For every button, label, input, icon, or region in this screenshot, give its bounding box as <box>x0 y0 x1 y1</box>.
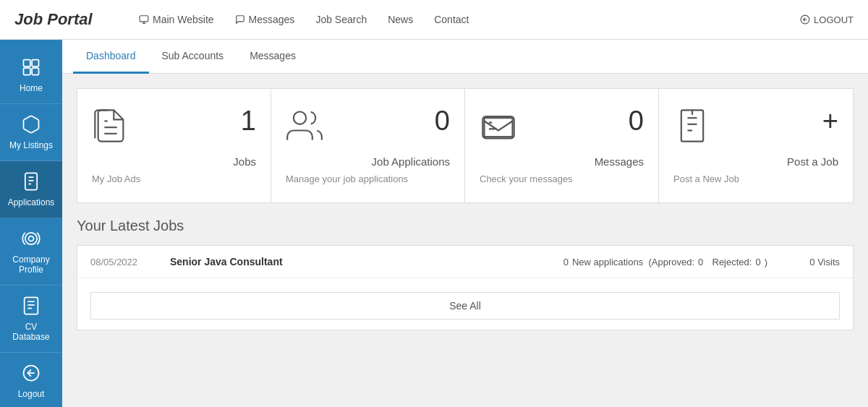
job-title: Senior Java Consultant <box>170 256 549 267</box>
jobs-count: 1 <box>241 107 256 134</box>
top-header: Job Portal Main Website Messages Job Sea… <box>0 0 868 40</box>
svg-rect-25 <box>485 118 513 137</box>
nav-news[interactable]: News <box>379 9 422 30</box>
svg-rect-5 <box>24 60 30 67</box>
nav-main-website[interactable]: Main Website <box>130 9 223 30</box>
applications-label: Job Applications <box>286 155 450 168</box>
main-content: Dashboard Sub Accounts Messages <box>62 40 868 407</box>
logout-icon <box>800 14 810 25</box>
logout-button[interactable]: LOGOUT <box>800 14 854 25</box>
home-icon <box>21 57 41 80</box>
sidebar-item-company-profile[interactable]: Company Profile <box>0 218 62 286</box>
message-icon <box>235 14 245 25</box>
latest-jobs-title: Your Latest Jobs <box>77 218 854 234</box>
svg-rect-0 <box>140 16 148 22</box>
job-visits: 0 Visits <box>782 257 840 267</box>
see-all-button[interactable]: See All <box>90 292 840 320</box>
svg-rect-7 <box>24 68 30 74</box>
svg-point-23 <box>294 112 306 124</box>
stats-grid: 1 Jobs My Job Ads <box>77 88 854 203</box>
svg-rect-9 <box>25 173 37 189</box>
applications-icon <box>21 171 41 194</box>
svg-rect-8 <box>32 68 38 74</box>
messages-label: Messages <box>480 155 644 168</box>
logo: Job Portal <box>14 10 109 29</box>
stat-card-messages[interactable]: 0 Messages Check your messages <box>465 89 659 202</box>
layout: Home My Listings Applications <box>0 40 868 407</box>
tab-dashboard[interactable]: Dashboard <box>73 40 149 74</box>
listings-icon <box>21 114 41 137</box>
top-nav: Main Website Messages Job Search News Co… <box>130 9 800 30</box>
inner-content: 1 Jobs My Job Ads <box>62 88 868 345</box>
messages-desc: Check your messages <box>480 173 573 184</box>
tab-bar: Dashboard Sub Accounts Messages <box>62 40 868 74</box>
stat-card-applications[interactable]: 0 Job Applications Manage your job appli… <box>271 89 465 202</box>
post-job-desc: Post a New Job <box>673 173 739 184</box>
new-applications-count: 0 <box>563 257 569 267</box>
applications-desc: Manage your job applications <box>286 173 408 184</box>
logout-sidebar-icon <box>21 363 41 386</box>
svg-point-13 <box>29 236 34 241</box>
approved-count: 0 <box>698 257 703 267</box>
nav-job-search[interactable]: Job Search <box>307 9 375 30</box>
job-table: 08/05/2022 Senior Java Consultant 0 New … <box>77 245 854 330</box>
sidebar-item-logout[interactable]: Logout <box>0 353 62 407</box>
post-job-plus: + <box>822 107 838 134</box>
post-job-label: Post a Job <box>673 155 838 168</box>
nav-messages[interactable]: Messages <box>226 9 304 30</box>
jobs-label: Jobs <box>92 155 256 168</box>
post-job-icon <box>673 107 711 150</box>
table-row[interactable]: 08/05/2022 Senior Java Consultant 0 New … <box>77 246 853 278</box>
sidebar-item-applications[interactable]: Applications <box>0 161 62 218</box>
svg-rect-24 <box>482 116 514 138</box>
tab-messages[interactable]: Messages <box>237 40 309 74</box>
nav-contact[interactable]: Contact <box>425 9 477 30</box>
cv-icon <box>21 296 41 319</box>
messages-count: 0 <box>629 107 644 134</box>
company-icon <box>21 228 41 252</box>
applications-count: 0 <box>435 107 450 134</box>
tab-sub-accounts[interactable]: Sub Accounts <box>149 40 237 74</box>
jobs-desc: My Job Ads <box>92 173 140 184</box>
stat-card-jobs[interactable]: 1 Jobs My Job Ads <box>77 89 271 202</box>
sidebar-item-cv-database[interactable]: CV Database <box>0 286 62 353</box>
sidebar: Home My Listings Applications <box>0 40 62 407</box>
job-date: 08/05/2022 <box>90 257 156 267</box>
messages-icon <box>480 107 517 150</box>
svg-rect-15 <box>25 297 38 314</box>
monitor-icon <box>139 14 149 25</box>
rejected-count: 0 <box>755 257 760 267</box>
sidebar-item-listings[interactable]: My Listings <box>0 104 62 161</box>
stat-card-post-job[interactable]: + Post a Job Post a New Job <box>659 89 853 202</box>
job-applications-icon <box>286 107 323 150</box>
svg-point-14 <box>25 233 37 244</box>
svg-rect-6 <box>32 60 38 67</box>
job-applications-stats: 0 New applications (Approved: 0 Rejected… <box>563 257 767 267</box>
sidebar-item-home[interactable]: Home <box>0 47 62 104</box>
jobs-icon <box>92 107 129 150</box>
see-all-row: See All <box>77 278 853 330</box>
